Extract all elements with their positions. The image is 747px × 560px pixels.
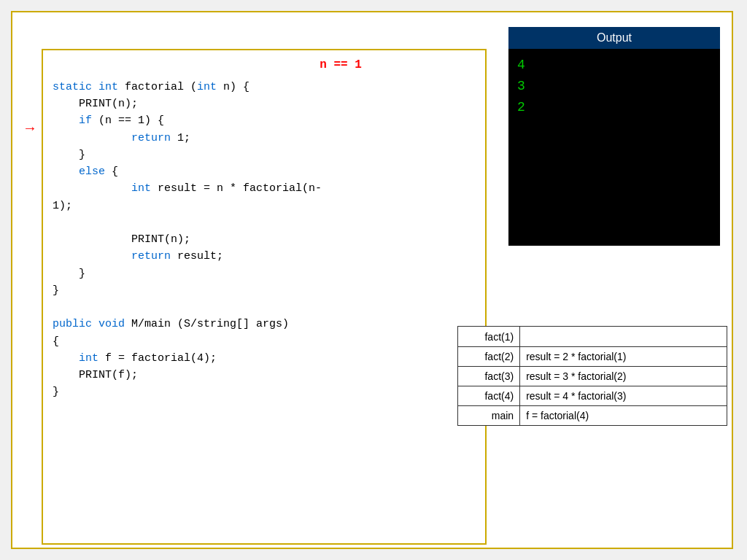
stack-label-main: main bbox=[458, 406, 520, 426]
keyword-return-result: return bbox=[131, 250, 171, 262]
stack-label-fact2: fact(2) bbox=[458, 347, 520, 367]
code-line-15: public void M/main (S/string[] args) bbox=[53, 316, 483, 332]
code-line-7: int result = n * factorial(n- bbox=[53, 180, 483, 197]
outer-border: → n == 1 static int factorial (int n) { … bbox=[11, 11, 733, 549]
output-num-1: 4 bbox=[517, 55, 711, 76]
code-line-8: 1); bbox=[53, 198, 483, 214]
n-equals-annotation: n == 1 bbox=[198, 56, 483, 74]
code-line-19: } bbox=[53, 384, 483, 400]
stack-label-fact3: fact(3) bbox=[458, 367, 520, 386]
stack-row-fact1: fact(1) bbox=[458, 327, 727, 347]
code-line-13: } bbox=[53, 282, 483, 299]
code-line-11: return result; bbox=[53, 248, 483, 265]
code-line-3: if (n == 1) { bbox=[53, 112, 483, 129]
current-line-arrow: → bbox=[26, 120, 34, 137]
code-line-9 bbox=[53, 214, 483, 231]
keyword-int-param: int bbox=[197, 81, 217, 93]
stack-row-fact2: fact(2) result = 2 * factorial(1) bbox=[458, 347, 727, 367]
keyword-int-f: int bbox=[79, 352, 98, 365]
keyword-return-1: return bbox=[131, 132, 171, 144]
code-line-16: { bbox=[53, 333, 483, 350]
stack-label-fact4: fact(4) bbox=[458, 386, 520, 406]
output-panel: Output 4 3 2 bbox=[508, 27, 720, 246]
stack-value-main: f = factorial(4) bbox=[520, 406, 727, 426]
code-line-4: return 1; bbox=[53, 130, 483, 147]
stack-value-fact2: result = 2 * factorial(1) bbox=[520, 347, 727, 367]
code-line-6: else { bbox=[53, 163, 483, 180]
stack-value-fact3: result = 3 * factorial(2) bbox=[520, 367, 727, 386]
output-body: 4 3 2 bbox=[508, 49, 720, 246]
stack-row-fact4: fact(4) result = 4 * factorial(3) bbox=[458, 386, 727, 406]
keyword-if: if bbox=[79, 114, 92, 127]
code-line-18: PRINT(f); bbox=[53, 367, 483, 384]
keyword-void: void bbox=[98, 318, 125, 330]
output-title: Output bbox=[508, 27, 720, 49]
code-line-17: int f = factorial(4); bbox=[53, 350, 483, 367]
stack-label-fact1: fact(1) bbox=[458, 327, 520, 347]
code-line-14 bbox=[53, 299, 483, 316]
stack-row-fact3: fact(3) result = 3 * factorial(2) bbox=[458, 367, 727, 386]
code-area: n == 1 static int factorial (int n) { PR… bbox=[53, 56, 483, 401]
stack-value-fact4: result = 4 * factorial(3) bbox=[520, 386, 727, 406]
code-line-12: } bbox=[53, 265, 483, 282]
keyword-public: public bbox=[53, 318, 92, 330]
output-num-3: 2 bbox=[517, 97, 711, 118]
code-line-2: PRINT(n); bbox=[53, 96, 483, 112]
code-line-1: static int factorial (int n) { bbox=[53, 79, 483, 96]
code-line-5: } bbox=[53, 147, 483, 163]
stack-row-main: main f = factorial(4) bbox=[458, 406, 727, 426]
keyword-else: else bbox=[79, 166, 105, 178]
code-line-10: PRINT(n); bbox=[53, 231, 483, 248]
output-num-2: 3 bbox=[517, 76, 711, 97]
keyword-static: static bbox=[53, 81, 92, 93]
keyword-int-result: int bbox=[131, 182, 151, 195]
call-stack-table: fact(1) fact(2) result = 2 * factorial(1… bbox=[457, 326, 727, 426]
keyword-int: int bbox=[98, 81, 118, 93]
stack-value-fact1 bbox=[520, 327, 727, 347]
